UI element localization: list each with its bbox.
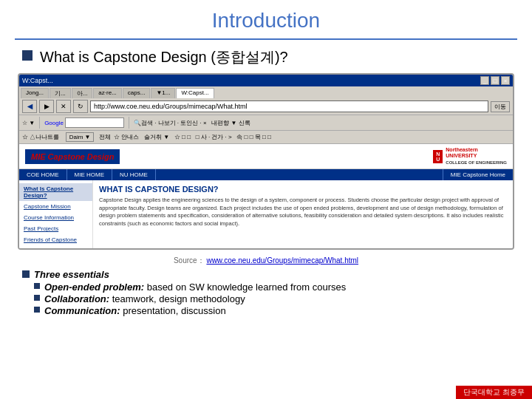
site-main-title: WHAT IS CAPSTONE DESIGN? [99, 185, 507, 194]
close-button[interactable]: × [501, 76, 510, 85]
tab-6[interactable]: ▼1... [151, 88, 175, 98]
essentials-bullet-3 [34, 307, 40, 313]
essentials-item-3: Communication: presentation, discussion [34, 305, 510, 316]
mie-logo: MIE Capstone Design [25, 149, 120, 164]
site-content: MIE Capstone Design NU NortheasternUNIVE… [19, 144, 513, 248]
tab-5[interactable]: caps... [123, 88, 151, 98]
tab-7[interactable]: W:Capst... [176, 88, 214, 98]
page-title: Introduction [15, 0, 517, 40]
browser-title: W:Capst... [22, 77, 53, 84]
bullet-section-1: What is Capstone Design (종합설계)? [0, 40, 532, 72]
google-label: Google [44, 120, 64, 126]
nav-mie-home[interactable]: MIE HOME [67, 169, 112, 180]
source-label: Source： [174, 256, 205, 265]
go-button[interactable]: 이동 [491, 101, 510, 112]
site-main: WHAT IS CAPSTONE DESIGN? Capstone Design… [93, 180, 513, 248]
nav-mie-capstone[interactable]: MIE Capstone Home [443, 169, 513, 180]
tab-4[interactable]: az·re... [93, 88, 121, 98]
bullet-square-1 [22, 50, 33, 61]
site-body: What Is Capstone Design? Capstone Missio… [19, 180, 513, 248]
toolbar-icons: ☆ ▼ [22, 120, 35, 126]
source-line: Source： www.coe.neu.edu/Groups/mimecap/W… [0, 254, 532, 267]
tab-1[interactable]: Jong... [21, 88, 49, 98]
essentials-bullet-2 [34, 295, 40, 301]
toolbar-bookmarks: ☆ △나나트를 [22, 133, 63, 141]
bullet-text-1: What is Capstone Design (종합설계)? [40, 47, 288, 67]
essentials-text-2: Collaboration: teamwork, design methodol… [44, 293, 245, 304]
sidebar-friends[interactable]: Friends of Capstone [19, 234, 92, 245]
forward-button[interactable]: ▶ [39, 100, 54, 113]
toolbar-separator-2 [129, 117, 129, 129]
nu-logo-box: NU [433, 150, 443, 163]
northeastern-logo: NU NortheasternUNIVERSITYCOLLEGE OF ENGI… [433, 147, 507, 166]
minimize-button[interactable]: _ [480, 76, 489, 85]
sidebar-what-is[interactable]: What Is Capstone Design? [19, 183, 92, 201]
toolbar-extra: 🔍검색 · 나보기 · 토인신 · × 내편향 ▼ 신록 [134, 119, 250, 127]
essentials-item-2: Collaboration: teamwork, design methodol… [34, 293, 510, 304]
site-nav: COE HOME MIE HOME NU HOME MIE Capstone H… [19, 169, 513, 180]
browser-nav: ◀ ▶ ✕ ↻ 이동 [19, 98, 513, 115]
refresh-button[interactable]: ↻ [73, 100, 88, 113]
site-header: MIE Capstone Design NU NortheasternUNIVE… [19, 144, 513, 169]
mie-logo-text: MIE Capstone Design [31, 152, 114, 161]
google-search-input[interactable] [65, 117, 124, 128]
maximize-button[interactable]: □ [491, 76, 499, 85]
site-sidebar: What Is Capstone Design? Capstone Missio… [19, 180, 93, 248]
nav-coe-home[interactable]: COE HOME [19, 169, 67, 180]
essentials-bullet-1 [34, 283, 40, 289]
toolbar-separator [39, 117, 40, 129]
google-search-box: Google [44, 117, 124, 128]
essentials-item-1: Open-ended problem: based on SW knowledg… [34, 282, 510, 293]
sidebar-mission[interactable]: Capstone Mission [19, 201, 92, 212]
browser-tabs: Jong... 기... 아... az·re... caps... ▼1...… [19, 86, 513, 98]
browser-toolbar: ☆ ▼ Google 🔍검색 · 나보기 · 토인신 · × 내편향 ▼ 신록 [19, 115, 513, 131]
site-main-text: Capstone Design applies the engineering … [99, 197, 507, 228]
browser-screenshot: W:Capst... _ □ × Jong... 기... 아... az·re… [18, 73, 514, 250]
essentials-text-3: Communication: presentation, discussion [44, 305, 226, 316]
toolbar-more: 전체 ☆ 안내스 슬거취 ▼ ☆ □ □ □ 사 · 건가 · > 속 □ □ … [97, 133, 270, 141]
sidebar-past[interactable]: Past Projects [19, 223, 92, 234]
essentials-sub-list: Open-ended problem: based on SW knowledg… [22, 282, 510, 316]
nu-text: NortheasternUNIVERSITYCOLLEGE OF ENGINEE… [446, 147, 507, 166]
address-bar[interactable] [90, 100, 488, 112]
nav-nu-home[interactable]: NU HOME [112, 169, 156, 180]
browser-titlebar: W:Capst... _ □ × [19, 75, 513, 86]
essentials-title-item: Three essentials [22, 269, 510, 280]
daim-button[interactable]: Daim ▼ [66, 132, 95, 142]
back-button[interactable]: ◀ [22, 100, 37, 113]
tab-3[interactable]: 아... [72, 88, 93, 98]
page-footer: 단국대학교 최종무 [456, 386, 532, 399]
essentials-bullet [22, 270, 30, 278]
essentials-title-text: Three essentials [34, 269, 109, 280]
essentials-section: Three essentials Open-ended problem: bas… [0, 267, 532, 320]
sidebar-course[interactable]: Course Information [19, 212, 92, 223]
browser-toolbar-2: ☆ △나나트를 Daim ▼ 전체 ☆ 안내스 슬거취 ▼ ☆ □ □ □ 사 … [19, 131, 513, 144]
source-url[interactable]: www.coe.neu.edu/Groups/mimecap/What.html [206, 256, 358, 265]
stop-button[interactable]: ✕ [56, 100, 71, 113]
essentials-text-1: Open-ended problem: based on SW knowledg… [44, 282, 346, 293]
tab-2[interactable]: 기... [50, 88, 71, 98]
